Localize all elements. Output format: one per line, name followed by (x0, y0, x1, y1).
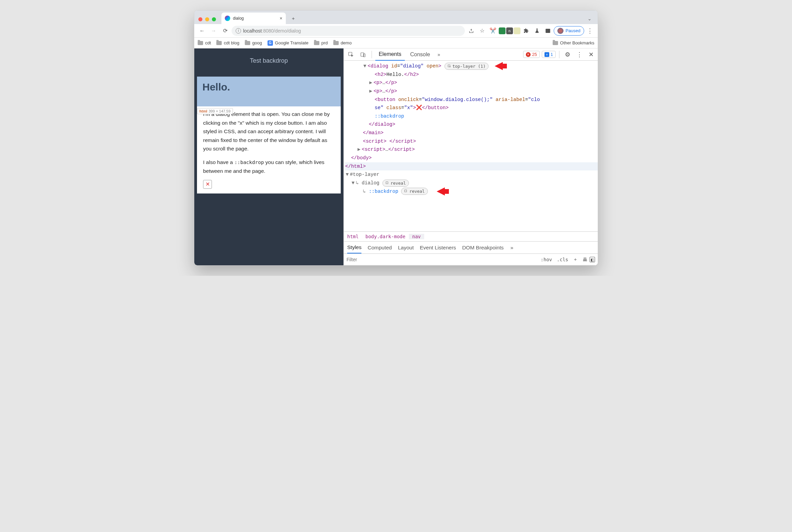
bookmark-folder[interactable]: goog (245, 40, 262, 45)
window-min-icon[interactable] (205, 17, 209, 21)
bookmark-link[interactable]: GGoogle Translate (268, 40, 309, 46)
folder-icon (333, 41, 339, 45)
inspect-icon[interactable] (346, 50, 356, 60)
folder-icon (553, 41, 558, 45)
page-preview: Test backdrop Hello. I'm a dialog elemen… (194, 49, 344, 265)
tab-event-listeners[interactable]: Event Listeners (420, 245, 456, 251)
bookmarks-bar: cdt cdt blog goog GGoogle Translate prd … (194, 38, 598, 49)
svg-rect-0 (546, 29, 550, 33)
new-tab-button[interactable]: ＋ (289, 15, 298, 24)
dom-breadcrumb[interactable]: html body.dark-mode nav (344, 231, 598, 242)
computed-toggle-icon[interactable]: ◧ (590, 257, 595, 262)
avatar-icon (557, 28, 564, 34)
dom-tree[interactable]: ▼<dialog id="dialog" open> top-layer (1)… (344, 61, 598, 231)
tab-close-icon[interactable]: × (280, 16, 282, 21)
hov-toggle[interactable]: :hov (538, 257, 555, 262)
message-count-badge[interactable]: ≡1 (542, 51, 556, 58)
tab-title: dialog (233, 16, 277, 21)
message-icon: ≡ (545, 52, 549, 57)
tab-layout[interactable]: Layout (398, 245, 414, 251)
folder-icon (216, 41, 222, 45)
annotation-arrow-icon (495, 62, 503, 70)
toolbar: ← → ⟳ i localhost:8080/demo/dialog ☆ ✂️ … (194, 24, 598, 38)
toolbar-right: ☆ ✂️ n Paused ⋮ (466, 26, 595, 36)
styles-tabs-overflow-icon[interactable]: » (510, 245, 513, 251)
crumb-item[interactable]: nav (409, 234, 424, 239)
tab-computed[interactable]: Computed (368, 245, 392, 251)
labs-icon[interactable] (532, 26, 542, 36)
dialog-close-button[interactable]: ✕ (203, 180, 212, 189)
profile-chip[interactable]: Paused (554, 26, 584, 36)
url-text: localhost:8080/demo/dialog (243, 28, 301, 34)
annotation-arrow-icon (437, 187, 445, 195)
profile-status: Paused (566, 28, 581, 33)
device-icon[interactable]: 🖶 (580, 257, 590, 262)
dialog-body: I'm a dialog element that is open. You c… (197, 107, 341, 193)
folder-icon (314, 41, 319, 45)
devtools-menu-icon[interactable]: ⋮ (574, 51, 585, 58)
svg-rect-7 (405, 190, 407, 192)
translate-icon: G (268, 40, 273, 46)
window-close-icon[interactable] (198, 17, 202, 21)
ext-3-icon[interactable] (514, 27, 520, 34)
top-layer-badge[interactable]: top-layer (1) (444, 63, 489, 70)
omnibox[interactable]: i localhost:8080/demo/dialog (232, 26, 465, 36)
bookmark-star-icon[interactable]: ☆ (477, 26, 487, 36)
dialog-paragraph: I'm a dialog element that is open. You c… (203, 110, 335, 153)
bookmark-folder[interactable]: cdt (198, 40, 211, 45)
new-style-rule-icon[interactable]: ＋ (571, 256, 580, 263)
content-area: Test backdrop Hello. I'm a dialog elemen… (194, 49, 598, 265)
favicon-icon (225, 16, 230, 21)
close-icon: ✕ (205, 180, 210, 189)
crumb-item[interactable]: body.dark-mode (362, 234, 409, 239)
dialog-element: Hello. I'm a dialog element that is open… (197, 77, 341, 193)
site-info-icon[interactable]: i (236, 28, 241, 34)
dialog-paragraph: I also have a ::backdrop you can style, … (203, 158, 335, 175)
extensions-icon[interactable] (521, 26, 531, 36)
browser-menu-icon[interactable]: ⋮ (585, 27, 595, 35)
page-banner: Test backdrop (194, 49, 344, 77)
reveal-badge[interactable]: reveal (383, 179, 409, 187)
folder-icon (198, 41, 203, 45)
tab-dom-breakpoints[interactable]: DOM Breakpoints (462, 245, 503, 251)
devtools-close-icon[interactable]: ✕ (587, 51, 596, 58)
devtools-tabs: Elements Console » ✕25 ≡1 ⚙ ⋮ ✕ (344, 49, 598, 61)
element-dimensions-tooltip: html399 × 147.59 (197, 108, 233, 114)
reveal-badge[interactable]: reveal (401, 188, 427, 195)
settings-gear-icon[interactable]: ⚙ (563, 51, 572, 58)
share-icon[interactable] (466, 26, 476, 36)
traffic-lights (197, 17, 219, 24)
dialog-heading: Hello. (202, 81, 234, 93)
window-max-icon[interactable] (212, 17, 216, 21)
styles-pane-tabs: Styles Computed Layout Event Listeners D… (344, 242, 598, 254)
other-bookmarks[interactable]: Other Bookmarks (553, 40, 594, 45)
tabs-overflow-icon[interactable]: » (435, 52, 442, 57)
folder-icon (245, 41, 250, 45)
styles-filter-row: :hov .cls ＋ 🖶 ◧ (344, 254, 598, 265)
tab-active[interactable]: dialog × (221, 13, 286, 24)
browser-window: dialog × ＋ ⌄ ← → ⟳ i localhost:8080/demo… (194, 10, 598, 266)
error-icon: ✕ (526, 52, 531, 57)
devtools-panel: Elements Console » ✕25 ≡1 ⚙ ⋮ ✕ (344, 49, 598, 265)
tab-elements[interactable]: Elements (375, 49, 405, 61)
tab-console[interactable]: Console (407, 49, 434, 61)
panel-icon[interactable] (543, 26, 553, 36)
tab-styles[interactable]: Styles (347, 244, 362, 253)
error-count-badge[interactable]: ✕25 (523, 51, 539, 58)
bookmark-folder[interactable]: cdt blog (216, 40, 239, 45)
ext-1-icon[interactable] (499, 27, 505, 34)
reload-button[interactable]: ⟳ (220, 26, 230, 36)
nav-forward-button[interactable]: → (208, 26, 219, 36)
tab-strip: dialog × ＋ ⌄ (194, 11, 598, 24)
bookmark-folder[interactable]: prd (314, 40, 328, 45)
cls-toggle[interactable]: .cls (554, 257, 571, 262)
bookmark-folder[interactable]: demo (333, 40, 352, 45)
styles-filter-input[interactable] (347, 257, 538, 262)
nav-back-button[interactable]: ← (197, 26, 207, 36)
svg-rect-6 (386, 182, 388, 184)
ext-scissors-icon[interactable]: ✂️ (488, 26, 498, 36)
tab-overflow-icon[interactable]: ⌄ (588, 16, 595, 24)
ext-2-icon[interactable]: n (506, 27, 513, 34)
device-mode-icon[interactable] (358, 50, 368, 60)
crumb-item[interactable]: html (344, 234, 362, 239)
